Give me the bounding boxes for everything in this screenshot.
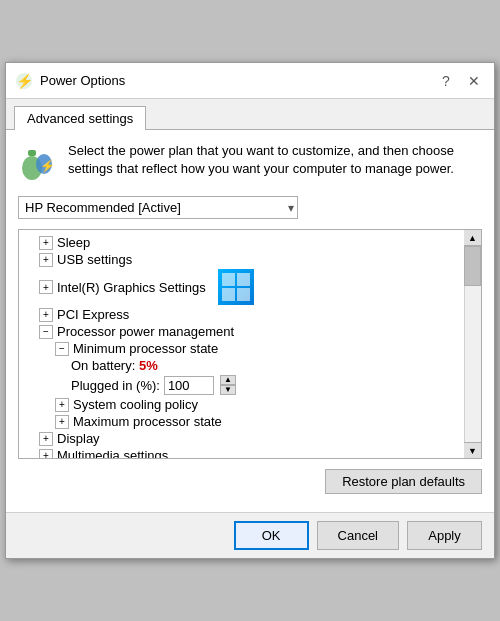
scrollbar-thumb[interactable] xyxy=(464,246,481,286)
cooling-expander[interactable]: + xyxy=(55,398,69,412)
tree-item-on-battery: On battery: 5% xyxy=(19,357,481,374)
plan-dropdown[interactable]: HP Recommended [Active] Balanced Power s… xyxy=(18,196,298,219)
svg-marker-9 xyxy=(237,288,250,301)
display-expander[interactable]: + xyxy=(39,432,53,446)
tree-item-cooling[interactable]: + System cooling policy xyxy=(19,396,481,413)
title-bar: ⚡ Power Options ? ✕ xyxy=(6,63,494,99)
usb-label: USB settings xyxy=(57,252,132,267)
plugged-in-label: Plugged in (%): xyxy=(71,378,160,393)
battery-icon: ⚡ xyxy=(18,142,58,182)
restore-row: Restore plan defaults xyxy=(18,469,482,494)
tree-item-usb[interactable]: + USB settings xyxy=(19,251,481,268)
scroll-up-button[interactable]: ▲ xyxy=(464,230,481,246)
power-icon: ⚡ xyxy=(14,71,34,91)
intel-expander[interactable]: + xyxy=(39,280,53,294)
title-controls: ? ✕ xyxy=(434,69,486,93)
plugged-in-value-row: ▲ ▼ xyxy=(164,375,236,395)
advanced-settings-tab[interactable]: Advanced settings xyxy=(14,106,146,130)
tree-item-processor[interactable]: − Processor power management xyxy=(19,323,481,340)
tree-item-plugged-in: Plugged in (%): ▲ ▼ xyxy=(19,374,481,396)
cooling-label: System cooling policy xyxy=(73,397,198,412)
spinner: ▲ ▼ xyxy=(220,375,236,395)
max-state-label: Maximum processor state xyxy=(73,414,222,429)
scrollbar-track[interactable]: ▲ ▼ xyxy=(464,230,481,458)
ok-button[interactable]: OK xyxy=(234,521,309,550)
svg-rect-3 xyxy=(28,150,36,156)
on-battery-label: On battery: 5% xyxy=(71,358,158,373)
title-bar-left: ⚡ Power Options xyxy=(14,71,125,91)
restore-plan-defaults-button[interactable]: Restore plan defaults xyxy=(325,469,482,494)
usb-expander[interactable]: + xyxy=(39,253,53,267)
tree-item-intel[interactable]: + Intel(R) Graphics Settings xyxy=(19,268,481,306)
processor-expander[interactable]: − xyxy=(39,325,53,339)
multimedia-label: Multimedia settings xyxy=(57,448,168,459)
pci-label: PCI Express xyxy=(57,307,129,322)
multimedia-expander[interactable]: + xyxy=(39,449,53,460)
pci-expander[interactable]: + xyxy=(39,308,53,322)
svg-text:⚡: ⚡ xyxy=(40,158,55,173)
apply-button[interactable]: Apply xyxy=(407,521,482,550)
scroll-down-button[interactable]: ▼ xyxy=(464,442,481,458)
main-content: ⚡ Select the power plan that you want to… xyxy=(6,130,494,512)
description-text: Select the power plan that you want to c… xyxy=(68,142,482,178)
win-logo-tile xyxy=(218,269,254,305)
settings-tree[interactable]: + Sleep + USB settings + Intel(R) Graphi… xyxy=(18,229,482,459)
display-label: Display xyxy=(57,431,100,446)
cancel-button[interactable]: Cancel xyxy=(317,521,399,550)
description-row: ⚡ Select the power plan that you want to… xyxy=(18,142,482,182)
plugged-in-input[interactable] xyxy=(164,376,214,395)
power-options-window: ⚡ Power Options ? ✕ Advanced settings ⚡ … xyxy=(5,62,495,559)
tree-item-display[interactable]: + Display xyxy=(19,430,481,447)
tree-item-multimedia[interactable]: + Multimedia settings xyxy=(19,447,481,459)
close-button[interactable]: ✕ xyxy=(462,69,486,93)
min-state-label: Minimum processor state xyxy=(73,341,218,356)
button-row: OK Cancel Apply xyxy=(6,512,494,558)
spin-up-button[interactable]: ▲ xyxy=(220,375,236,385)
tab-bar: Advanced settings xyxy=(6,99,494,130)
sleep-label: Sleep xyxy=(57,235,90,250)
plan-select-wrapper: HP Recommended [Active] Balanced Power s… xyxy=(18,196,298,219)
tree-item-max-state[interactable]: + Maximum processor state xyxy=(19,413,481,430)
intel-label: Intel(R) Graphics Settings xyxy=(57,280,206,295)
min-state-expander[interactable]: − xyxy=(55,342,69,356)
svg-marker-7 xyxy=(237,273,250,286)
tree-item-sleep[interactable]: + Sleep xyxy=(19,234,481,251)
svg-text:⚡: ⚡ xyxy=(16,73,34,90)
svg-marker-8 xyxy=(222,288,235,301)
svg-marker-6 xyxy=(222,273,235,286)
tree-item-pci[interactable]: + PCI Express xyxy=(19,306,481,323)
sleep-expander[interactable]: + xyxy=(39,236,53,250)
help-button[interactable]: ? xyxy=(434,69,458,93)
max-state-expander[interactable]: + xyxy=(55,415,69,429)
processor-label: Processor power management xyxy=(57,324,234,339)
tree-item-min-state[interactable]: − Minimum processor state xyxy=(19,340,481,357)
window-title: Power Options xyxy=(40,73,125,88)
plan-select-row: HP Recommended [Active] Balanced Power s… xyxy=(18,196,482,219)
spin-down-button[interactable]: ▼ xyxy=(220,385,236,395)
